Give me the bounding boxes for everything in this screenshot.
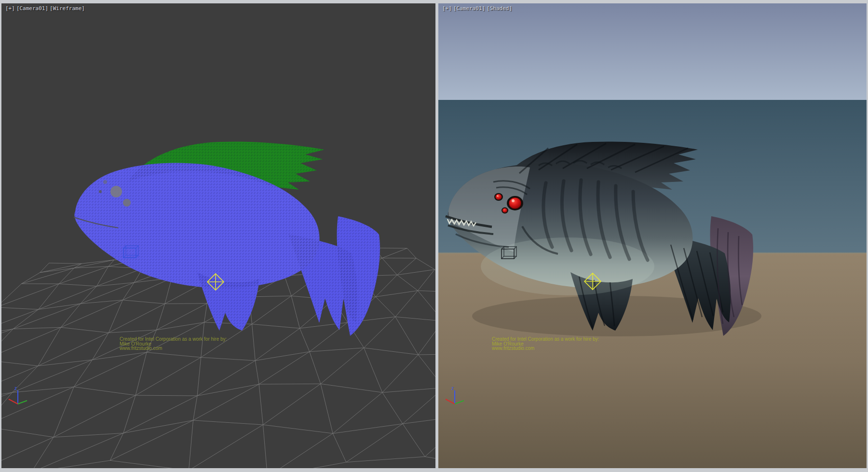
viewport-menu-camera[interactable]: [Camera01]	[453, 5, 485, 12]
watermark: Created for Intel Corporation as a work …	[492, 337, 599, 351]
world-axis-gizmo: z	[6, 384, 31, 409]
viewport-area: [+] [Camera01] [Wireframe] Created for I…	[0, 0, 868, 472]
viewport-wireframe[interactable]: [+] [Camera01] [Wireframe] Created for I…	[1, 3, 435, 468]
wireframe-mesh-overlay	[74, 141, 380, 336]
watermark-line3: www.fritzstudio.com	[120, 346, 227, 351]
viewport-menu-camera[interactable]: [Camera01]	[16, 5, 48, 12]
viewport-menu-mode[interactable]: [Wireframe]	[50, 5, 85, 12]
watermark: Created for Intel Corporation as a work …	[120, 337, 227, 351]
viewport-label: [+] [Camera01] [Shaded]	[442, 5, 512, 12]
viewport-label: [+] [Camera01] [Wireframe]	[5, 5, 85, 12]
viewport-menu-plus[interactable]: [+]	[5, 5, 15, 12]
viewport-shaded[interactable]: [+] [Camera01] [Shaded] Created for Inte…	[438, 3, 867, 468]
viewport-menu-mode[interactable]: [Shaded]	[487, 5, 512, 12]
world-axis-gizmo: z	[443, 384, 468, 409]
viewport-menu-plus[interactable]: [+]	[442, 5, 452, 12]
axis-z-label: z	[14, 386, 17, 391]
shaded-scene-canvas[interactable]	[438, 3, 867, 468]
axis-z-label: z	[451, 386, 454, 391]
watermark-line3: www.fritzstudio.com	[492, 346, 599, 351]
wireframe-scene-canvas[interactable]	[1, 3, 435, 468]
